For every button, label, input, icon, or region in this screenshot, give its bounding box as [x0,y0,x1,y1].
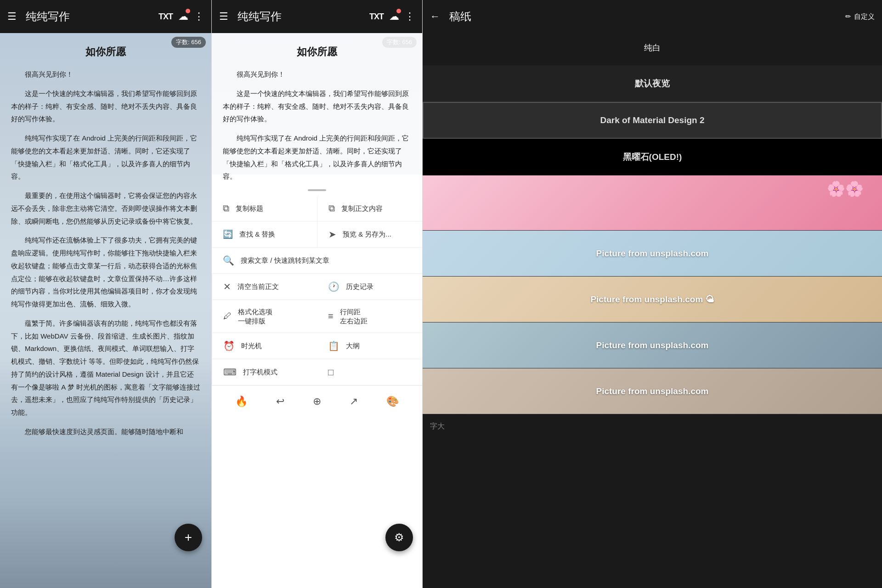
themes-title: 稿纸 [449,9,840,24]
doc-title-1: 如你所愿 [11,45,200,59]
menu-copy-title[interactable]: ⧉ 复制标题 [212,196,317,221]
text-content-2[interactable]: 如你所愿 很高兴见到你！ 这是一个快速的纯文本编辑器，我们希望写作能够回到原本的… [212,33,422,185]
paragraph-2-0: 很高兴见到你！ [223,68,411,81]
cloud-icon-2[interactable]: ☁ [389,11,399,23]
empty-icon: □ [328,367,334,378]
menu-find-replace-label: 查找 & 替换 [239,230,275,239]
toolbar-undo-icon[interactable]: ↩ [276,396,284,407]
toolbar-fire-icon[interactable]: 🔥 [235,396,248,407]
menu-timemachine[interactable]: ⏰ 时光机 [212,333,317,359]
menu-clear-label: 清空当前正文 [237,282,279,291]
theme-unsplash4[interactable]: Picture from unsplash.com [423,368,882,414]
menu-timemachine-label: 时光机 [241,341,262,351]
menu-copy-title-label: 复制标题 [236,204,263,213]
search-article-icon: 🔍 [223,255,234,266]
menu-empty: □ [317,359,422,385]
history-icon: 🕐 [328,281,339,292]
bottom-toolbar-2: 🔥 ↩ ⊕ ↗ 🎨 [212,385,422,417]
menu-preview-save[interactable]: ➤ 预览 & 另存为... [317,221,422,248]
fab-add-1[interactable]: + [175,524,202,551]
menu-grid: ⧉ 复制标题 ⧉ 复制正文内容 🔄 查找 & 替换 ➤ 预览 & 另存为... [212,196,422,385]
cloud-notification-dot-2 [396,9,401,13]
theme-dark-md2-label: Dark of Material Design 2 [600,115,704,125]
customize-label: 自定义 [854,12,875,21]
cloud-icon-1[interactable]: ☁ [178,11,188,23]
paragraph-1-0: 很高兴见到你！ [11,68,200,81]
toolbar-add-icon[interactable]: ⊕ [313,396,321,407]
pure-white-label: 纯白 [423,42,882,53]
menu-find-replace[interactable]: 🔄 查找 & 替换 [212,221,317,248]
menu-typewriter[interactable]: ⌨ 打字机模式 [212,359,317,385]
menu-spacing-label: 行间距左右边距 [340,307,368,325]
more-icon-1[interactable]: ⋮ [194,11,204,23]
menu-format[interactable]: 🖊 格式化选项一键排版 [212,300,317,333]
sakura-flowers-decoration: 🌸🌸 [827,180,864,198]
menu-copy-content[interactable]: ⧉ 复制正文内容 [317,196,422,221]
spacing-icon: ≡ [328,311,334,322]
doc-title-2: 如你所愿 [223,45,411,59]
cloud-notification-dot-1 [186,9,190,13]
theme-unsplash4-label: Picture from unsplash.com [596,386,709,396]
theme-unsplash1[interactable]: Picture from unsplash.com [423,231,882,277]
panel-editor-light: ☰ 纯纯写作 TXT ☁ ⋮ 字数: 656 如你所愿 很高兴见到你！ 这是一个… [0,0,211,588]
app-title-2: 纯纯写作 [237,9,364,24]
hamburger-icon[interactable]: ☰ [7,11,17,23]
fab-settings-2[interactable]: ⚙ [385,524,413,551]
menu-spacing[interactable]: ≡ 行间距左右边距 [317,300,422,333]
customize-icon: ✏ [845,12,851,21]
back-icon[interactable]: ← [430,11,440,23]
paragraph-1-6: 您能够最快速度到达灵感页面。能够随时随地中断和 [11,425,200,438]
copy-content-icon: ⧉ [328,203,335,214]
paragraph-1-5: 蕴繁于简。许多编辑器该有的功能，纯纯写作也都没有落下，比如 WebDAV 云备份… [11,317,200,419]
app-title-1: 纯纯写作 [26,9,153,24]
txt-icon-1[interactable]: TXT [158,12,173,22]
outline-icon: 📋 [328,340,339,351]
toolbar-share-icon[interactable]: ↗ [350,396,358,407]
format-icon: 🖊 [223,311,232,321]
menu-search-article-label: 搜索文章 / 快速跳转到某文章 [241,256,329,265]
timemachine-icon: ⏰ [223,340,235,351]
menu-preview-save-label: 预览 & 另存为... [343,230,391,239]
theme-default-night[interactable]: 默认夜览 [423,65,882,102]
menu-outline[interactable]: 📋 大纲 [317,333,422,359]
paragraph-1-4: 纯纯写作还在流畅体验上下了很多功夫，它拥有完美的键盘响应逻辑。使用纯纯写作时，你… [11,234,200,311]
theme-unsplash3[interactable]: Picture from unsplash.com [423,322,882,368]
theme-list: 默认夜览 Dark of Material Design 2 黑曜石(OLED!… [423,65,882,588]
theme-oled-label: 黑曜石(OLED!) [623,151,682,163]
paragraph-1-2: 纯纯写作实现了在 Android 上完美的行间距和段间距，它能够使您的文本看起来… [11,132,200,183]
toolbar-palette-icon[interactable]: 🎨 [386,396,399,407]
panel-editor-menu: ☰ 纯纯写作 TXT ☁ ⋮ 字数: 656 如你所愿 很高兴见到你！ 这是一个… [211,0,423,588]
paragraph-2-2: 纯纯写作实现了在 Android 上完美的行间距和段间距，它能够使您的文本看起来… [223,132,411,183]
preview-save-icon: ➤ [328,229,336,240]
menu-clear[interactable]: ✕ 清空当前正文 [212,274,317,300]
app-header-2: ☰ 纯纯写作 TXT ☁ ⋮ [212,0,422,33]
paragraph-1-1: 这是一个快速的纯文本编辑器，我们希望写作能够回到原本的样子：纯粹、有安全感、随时… [11,87,200,125]
footer-size-label: 字大 [423,414,882,439]
customize-button[interactable]: ✏ 自定义 [845,12,875,21]
theme-dark-md2[interactable]: Dark of Material Design 2 [423,102,882,139]
hamburger-icon-2[interactable]: ☰ [219,11,228,23]
copy-title-icon: ⧉ [223,203,229,214]
menu-typewriter-label: 打字机模式 [243,368,277,377]
more-icon-2[interactable]: ⋮ [405,11,415,23]
theme-default-night-label: 默认夜览 [635,78,670,90]
theme-sakura[interactable]: 🌸🌸 [423,175,882,231]
txt-icon-2[interactable]: TXT [369,12,384,22]
theme-unsplash2[interactable]: Picture from unsplash.com 🌤 [423,277,882,322]
text-content-1[interactable]: 如你所愿 很高兴见到你！ 这是一个快速的纯文本编辑器，我们希望写作能够回到原本的… [0,33,211,588]
panel1-layout: ☰ 纯纯写作 TXT ☁ ⋮ 字数: 656 如你所愿 很高兴见到你！ 这是一个… [0,0,211,588]
theme-unsplash3-label: Picture from unsplash.com [596,340,709,351]
menu-search-article[interactable]: 🔍 搜索文章 / 快速跳转到某文章 [212,248,422,274]
theme-unsplash1-label: Picture from unsplash.com [596,249,709,259]
menu-outline-label: 大纲 [346,341,360,351]
theme-unsplash2-label: Picture from unsplash.com 🌤 [590,294,714,305]
theme-oled[interactable]: 黑曜石(OLED!) [423,139,882,175]
sheet-handle [308,189,326,191]
menu-history[interactable]: 🕐 历史记录 [317,274,422,300]
menu-format-label: 格式化选项一键排版 [238,307,272,325]
themes-header: ← 稿纸 ✏ 自定义 [423,0,882,33]
typewriter-icon: ⌨ [223,367,237,378]
theme-section-pure: 纯白 [423,33,882,65]
clear-icon: ✕ [223,281,231,292]
menu-history-label: 历史记录 [346,282,373,291]
